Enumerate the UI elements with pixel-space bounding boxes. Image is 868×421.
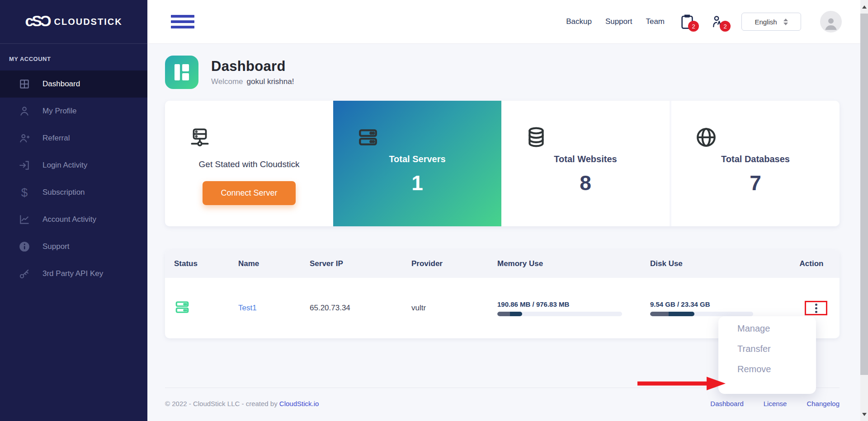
username: gokul krishna!	[247, 77, 294, 86]
memory-usage-text: 190.86 MB / 976.83 MB	[497, 300, 641, 308]
col-server-ip: Server IP	[301, 259, 402, 268]
stat-value: 1	[333, 171, 501, 195]
login-arrow-icon	[18, 159, 31, 172]
stat-value: 7	[671, 171, 840, 195]
cloudstick-io-link[interactable]: CloudStick.io	[279, 400, 319, 407]
clipboard-icon[interactable]: 2	[678, 12, 696, 32]
sidebar-item-label: Login Activity	[42, 161, 87, 170]
language-value: English	[755, 18, 777, 26]
sidebar-item-referral[interactable]: Referral	[0, 125, 147, 152]
server-ip: 65.20.73.34	[301, 304, 402, 313]
nav-link-support[interactable]: Support	[605, 17, 632, 26]
scroll-down-icon[interactable]	[860, 407, 868, 421]
stat-label: Total Servers	[333, 154, 501, 164]
menu-item-transfer[interactable]: Transfer	[737, 344, 816, 354]
scrollbar-thumb[interactable]	[860, 14, 868, 375]
scroll-up-icon[interactable]	[860, 0, 868, 14]
menu-item-manage[interactable]: Manage	[737, 323, 816, 334]
connect-card-title: Get Stated with Cloudstick	[165, 159, 333, 169]
vertical-scrollbar[interactable]	[860, 0, 868, 421]
col-memory-use: Memory Use	[488, 259, 641, 268]
user-icon	[18, 105, 31, 117]
stats-row: Get Stated with Cloudstick Connect Serve…	[165, 101, 840, 226]
sidebar-item-account-activity[interactable]: Account Activity	[0, 206, 147, 233]
clipboard-badge: 2	[688, 21, 699, 32]
network-server-icon	[189, 126, 212, 150]
sidebar-item-3rd-party-api-key[interactable]: 3rd Party API Key	[0, 260, 147, 287]
sidebar-item-label: Dashboard	[42, 80, 80, 89]
avatar[interactable]	[820, 11, 842, 33]
info-icon	[18, 240, 31, 253]
dashboard-page-icon	[165, 56, 198, 89]
sidebar-nav: Dashboard My Profile Referral Login Acti…	[0, 70, 147, 287]
col-disk-use: Disk Use	[641, 259, 783, 268]
cloud-logo-icon: cSƆ	[25, 12, 49, 30]
welcome-text: Welcomegokul krishna!	[211, 77, 294, 86]
copyright-text: © 2022 - CloudStick LLC - created by	[165, 400, 278, 407]
col-provider: Provider	[402, 259, 488, 268]
sidebar-item-support[interactable]: Support	[0, 233, 147, 260]
chevron-updown-icon	[783, 19, 788, 25]
database-icon	[525, 126, 548, 150]
footer-link-changelog[interactable]: Changelog	[807, 400, 840, 407]
globe-icon	[695, 126, 718, 150]
col-status: Status	[165, 259, 229, 268]
memory-progress-bar	[497, 312, 622, 316]
memory-usage: 190.86 MB / 976.83 MB	[488, 300, 641, 316]
people-badge: 2	[720, 21, 731, 32]
sidebar-item-label: Subscription	[42, 188, 85, 197]
col-name: Name	[229, 259, 301, 268]
footer-link-license[interactable]: License	[764, 400, 787, 407]
sidebar-item-my-profile[interactable]: My Profile	[0, 98, 147, 125]
cloudstick-app: cSƆ CLOUDSTICK MY ACCOUNT Dashboard My P…	[0, 0, 868, 421]
key-icon	[18, 267, 31, 280]
stat-label: Total Websites	[501, 154, 670, 164]
sidebar-item-label: Referral	[42, 134, 70, 143]
total-websites-card: Total Websites 8	[501, 101, 670, 226]
language-select[interactable]: English	[741, 13, 801, 31]
kebab-menu-icon	[815, 304, 817, 313]
menu-icon[interactable]	[171, 15, 194, 28]
table-header-row: Status Name Server IP Provider Memory Us…	[165, 250, 840, 278]
sidebar-item-subscription[interactable]: $ Subscription	[0, 179, 147, 206]
dollar-icon: $	[18, 186, 31, 199]
brand-name: CLOUDSTICK	[54, 17, 123, 27]
sidebar-item-label: 3rd Party API Key	[42, 269, 103, 278]
page-title: Dashboard	[211, 58, 294, 75]
sidebar-item-label: My Profile	[42, 107, 77, 116]
dashboard-grid-icon	[18, 78, 31, 90]
disk-progress-bar	[650, 312, 753, 316]
footer-link-dashboard[interactable]: Dashboard	[710, 400, 743, 407]
sidebar: cSƆ CLOUDSTICK MY ACCOUNT Dashboard My P…	[0, 0, 147, 421]
server-provider: vultr	[402, 304, 488, 313]
menu-item-remove[interactable]: Remove	[737, 364, 816, 374]
stat-value: 8	[501, 171, 670, 195]
page-header: Dashboard Welcomegokul krishna!	[165, 56, 840, 89]
brand-logo[interactable]: cSƆ CLOUDSTICK	[0, 0, 147, 44]
server-name-link[interactable]: Test1	[238, 304, 257, 312]
people-activity-icon[interactable]: 2	[710, 12, 728, 32]
sidebar-item-label: Support	[42, 242, 70, 251]
chart-line-icon	[18, 213, 31, 226]
server-status-icon	[165, 299, 229, 318]
sidebar-item-login-activity[interactable]: Login Activity	[0, 152, 147, 179]
sidebar-section-label: MY ACCOUNT	[0, 44, 147, 70]
disk-usage: 9.54 GB / 23.34 GB	[641, 300, 783, 316]
stat-label: Total Databases	[671, 154, 840, 164]
disk-usage-text: 9.54 GB / 23.34 GB	[650, 300, 783, 308]
col-action: Action	[783, 259, 840, 268]
user-plus-icon	[18, 132, 31, 145]
total-servers-card: Total Servers 1	[333, 101, 501, 226]
sidebar-item-dashboard[interactable]: Dashboard	[0, 70, 147, 98]
row-actions-button[interactable]	[805, 301, 827, 315]
nav-link-backup[interactable]: Backup	[566, 17, 592, 26]
sidebar-item-label: Account Activity	[42, 215, 96, 224]
connect-server-button[interactable]: Connect Server	[203, 181, 295, 205]
connect-server-card: Get Stated with Cloudstick Connect Serve…	[165, 101, 333, 226]
server-rack-icon	[357, 126, 380, 150]
total-databases-card: Total Databases 7	[670, 101, 840, 226]
nav-link-team[interactable]: Team	[646, 17, 665, 26]
row-actions-menu: Manage Transfer Remove	[718, 316, 816, 394]
topbar: Backup Support Team 2 2 English	[147, 0, 868, 44]
